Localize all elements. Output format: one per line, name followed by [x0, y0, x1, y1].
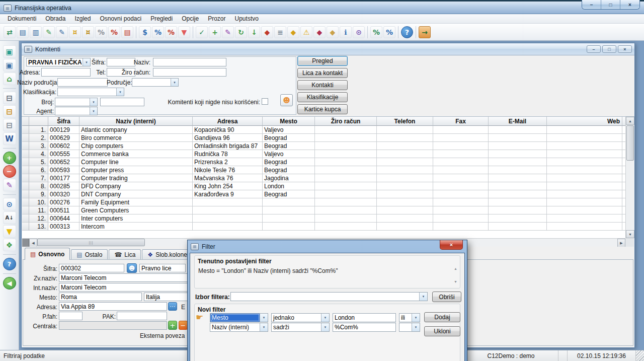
calendar-payment-icon[interactable]: $	[139, 26, 151, 38]
table-row[interactable]: 10. 000276 Family Equipment	[22, 198, 625, 206]
table-row[interactable]: 4. 000555 Commerce banka Rudnička 78 Val…	[22, 150, 625, 158]
form-sifra-input[interactable]	[59, 264, 124, 272]
obrisi-button[interactable]: Obriši	[432, 292, 461, 302]
close-button[interactable]: ×	[620, 0, 639, 10]
menu-item[interactable]: Izgled	[70, 15, 95, 23]
info-panel-icon[interactable]: ℹ	[340, 26, 352, 38]
menu-item[interactable]: Pregledi	[146, 15, 177, 23]
form-zv-naziv-input[interactable]	[59, 273, 188, 282]
chevron-down-icon[interactable]	[90, 107, 97, 115]
resize-grip[interactable]	[636, 350, 644, 361]
scroll-right-icon[interactable]: ▶	[617, 239, 625, 247]
edit-document-blue-icon[interactable]: ✎	[56, 26, 68, 38]
column-header[interactable]: Adresa	[193, 117, 263, 126]
scroll-up-icon[interactable]: ▲	[454, 267, 457, 270]
chevron-down-icon[interactable]	[260, 323, 268, 331]
person-icon[interactable]: ☻	[127, 263, 137, 273]
table-row[interactable]: 13. 000313 Intercom	[22, 223, 625, 231]
broj-input[interactable]	[100, 98, 144, 106]
table-row[interactable]: 6. 000593 Computer press Nikole Tesle 76…	[22, 166, 625, 174]
Osnovno[interactable]: ▤ Osnovno	[25, 248, 70, 260]
dialog-close-button[interactable]: ×	[440, 240, 463, 250]
Kartice kupca[interactable]: Kartice kupca	[297, 104, 348, 114]
naziv-podrucja-input[interactable]	[57, 78, 108, 87]
menu-item[interactable]: Prozor	[203, 15, 230, 23]
history-panel-icon[interactable]: ⊙	[353, 26, 365, 38]
payments-in-icon[interactable]: ¤	[69, 26, 81, 38]
Lica za kontakt[interactable]: Lica za kontakt	[297, 68, 348, 78]
word-export-icon[interactable]: W	[3, 132, 16, 145]
podrucje-select[interactable]	[132, 78, 179, 87]
table-row[interactable]: 2. 000629 Biro commerce Gandijeva 96 Beo…	[22, 134, 625, 142]
komitenti-titlebar[interactable]: ▦ Komitenti – □ ×	[22, 43, 634, 55]
form-pak-input[interactable]	[117, 312, 167, 320]
table-row[interactable]: 7. 000177 Computer trading Mačvanska 76 …	[22, 174, 625, 182]
sort-az-icon[interactable]: A↓	[3, 211, 16, 224]
help-icon[interactable]: ?	[401, 26, 413, 38]
print-fast-icon[interactable]: ⊟	[3, 105, 16, 118]
form-adresa-input[interactable]	[59, 302, 167, 311]
calendar-check-icon[interactable]: ✓	[196, 26, 208, 38]
table-row[interactable]: 8. 000285 DFD Company King John 254 Lond…	[22, 182, 625, 190]
help-icon[interactable]: ?	[3, 258, 16, 270]
saved-filter-select[interactable]	[230, 292, 428, 301]
klasifikacija-select[interactable]	[57, 88, 124, 96]
chevron-down-icon[interactable]	[321, 323, 329, 331]
document-percent-icon[interactable]: %	[95, 26, 107, 38]
export-home-icon[interactable]: ⌂	[3, 73, 16, 85]
table-row[interactable]: 5. 000652 Computer line Prizrenska 2 Beo…	[22, 158, 625, 166]
chart-edit-icon[interactable]: ✎	[222, 26, 234, 38]
save-icon[interactable]: ▣	[3, 45, 16, 58]
Slob.kolone[interactable]: ❖ Slob.kolone	[142, 249, 192, 260]
form-drzava-input[interactable]	[144, 293, 188, 301]
naziv-search-input[interactable]	[153, 58, 226, 66]
archive-import-icon[interactable]: ↓	[248, 26, 260, 38]
form-int-naziv-input[interactable]	[59, 283, 188, 292]
add-row-icon[interactable]: +	[3, 152, 16, 164]
filter-funnel-icon[interactable]: ▼	[3, 225, 16, 238]
table-row[interactable]: 12. 000644 Inter computers	[22, 214, 625, 223]
save-as-icon[interactable]: ▣	[3, 59, 16, 71]
column-header[interactable]: Web	[547, 117, 622, 126]
ziro-racun-search-input[interactable]	[153, 68, 226, 77]
agent-select[interactable]	[55, 107, 98, 115]
Ostalo[interactable]: ▤ Ostalo	[71, 249, 108, 260]
ukloni-button[interactable]: Ukloni	[424, 326, 460, 336]
vertical-scroll-thumb[interactable]	[626, 125, 634, 161]
calendar-diamond-icon[interactable]: ◆	[313, 26, 326, 38]
warning-icon[interactable]: ⚠	[300, 26, 312, 38]
chevron-down-icon[interactable]	[90, 98, 97, 106]
window-refresh-icon[interactable]: ↻	[235, 26, 247, 38]
form-pfah-input[interactable]	[59, 312, 83, 320]
address-lookup-icon[interactable]: ⋯	[168, 302, 177, 311]
remove-icon[interactable]: −	[179, 321, 188, 330]
kpi-diamond-icon[interactable]: ▼	[178, 26, 190, 38]
filter-field-select-2[interactable]: Naziv (interni)	[210, 323, 268, 332]
screen-diamond-icon[interactable]: ◆	[261, 26, 273, 38]
chevron-down-icon[interactable]	[412, 323, 420, 331]
ledger-percent-icon[interactable]: %	[370, 26, 382, 38]
scroll-left-icon[interactable]: ◀	[29, 239, 37, 247]
window-percent-icon[interactable]: %	[383, 26, 395, 38]
print-documents-icon[interactable]: ▤	[121, 26, 133, 38]
komitenti-maximize-button[interactable]: □	[602, 45, 616, 53]
filter-operator-select-1[interactable]: jednako	[271, 313, 330, 322]
scroll-up-icon[interactable]: ▲	[626, 117, 634, 125]
table-row[interactable]: 3. 000602 Chip computers Omladinskih bri…	[22, 142, 625, 150]
find-icon[interactable]: ⊙	[3, 198, 16, 210]
menu-item[interactable]: Dokumenti	[3, 15, 41, 23]
chevron-down-icon[interactable]	[419, 293, 427, 301]
minimize-button[interactable]: –	[582, 0, 601, 10]
scroll-down-icon[interactable]: ▼	[626, 230, 634, 238]
chevron-down-icon[interactable]	[171, 79, 178, 86]
column-header[interactable]: Fax	[433, 117, 489, 126]
maximize-button[interactable]: □	[601, 0, 620, 10]
table-row[interactable]: 1. 000129 Atlantic company Kopaonička 90…	[22, 126, 625, 134]
unused-komitenti-checkbox[interactable]	[262, 98, 268, 105]
person-info-icon[interactable]: ☻	[280, 94, 293, 106]
column-header[interactable]: E-Mail	[489, 117, 547, 126]
copy-invoice-icon[interactable]: ▥	[30, 26, 42, 38]
scroll-down-icon[interactable]: ▼	[454, 280, 457, 283]
chart-add-icon[interactable]: +	[209, 26, 221, 38]
fit-columns-icon[interactable]: ❖	[3, 239, 16, 251]
